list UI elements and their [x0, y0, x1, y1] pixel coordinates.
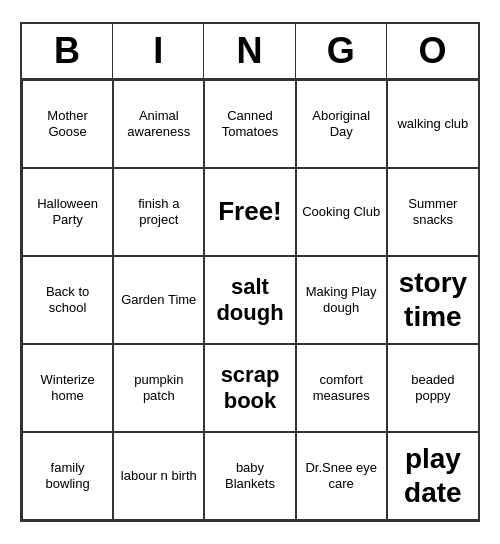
header-letter: O [387, 24, 478, 78]
bingo-cell: Mother Goose [22, 80, 113, 168]
bingo-card: BINGO Mother GooseAnimal awarenessCanned… [20, 22, 480, 522]
bingo-cell: scrap book [204, 344, 295, 432]
bingo-cell: beaded poppy [387, 344, 478, 432]
bingo-cell: Canned Tomatoes [204, 80, 295, 168]
bingo-cell: Winterize home [22, 344, 113, 432]
bingo-cell: salt dough [204, 256, 295, 344]
bingo-cell: Cooking Club [296, 168, 387, 256]
bingo-cell: Dr.Snee eye care [296, 432, 387, 520]
bingo-cell: baby Blankets [204, 432, 295, 520]
bingo-header: BINGO [22, 24, 478, 80]
bingo-cell: Halloween Party [22, 168, 113, 256]
bingo-cell: finish a project [113, 168, 204, 256]
bingo-cell: comfort measures [296, 344, 387, 432]
header-letter: N [204, 24, 295, 78]
header-letter: G [296, 24, 387, 78]
bingo-cell: Garden Time [113, 256, 204, 344]
bingo-cell: Making Play dough [296, 256, 387, 344]
bingo-cell: Free! [204, 168, 295, 256]
bingo-cell: walking club [387, 80, 478, 168]
bingo-cell: pumpkin patch [113, 344, 204, 432]
bingo-cell: Back to school [22, 256, 113, 344]
header-letter: B [22, 24, 113, 78]
bingo-cell: play date [387, 432, 478, 520]
bingo-cell: family bowling [22, 432, 113, 520]
bingo-cell: labour n birth [113, 432, 204, 520]
bingo-cell: Animal awareness [113, 80, 204, 168]
bingo-grid: Mother GooseAnimal awarenessCanned Tomat… [22, 80, 478, 520]
bingo-cell: story time [387, 256, 478, 344]
bingo-cell: Aboriginal Day [296, 80, 387, 168]
bingo-cell: Summer snacks [387, 168, 478, 256]
header-letter: I [113, 24, 204, 78]
